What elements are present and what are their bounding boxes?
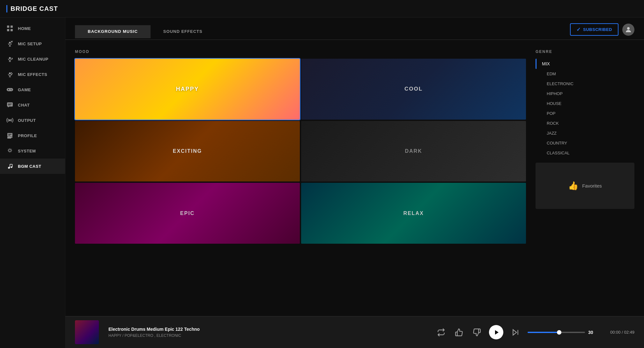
volume-thumb <box>557 330 561 335</box>
genre-item-pop[interactable]: POP <box>536 108 634 118</box>
genre-item-edm[interactable]: EDM <box>536 69 634 79</box>
sidebar-item-mic-setup[interactable]: MIC SETUP <box>0 36 65 51</box>
svg-line-8 <box>11 41 11 41</box>
svg-rect-19 <box>7 88 13 91</box>
sidebar: HOME MIC SETUP <box>0 18 65 348</box>
sidebar-item-system[interactable]: SYSTEM <box>0 143 65 159</box>
play-button[interactable] <box>489 325 503 339</box>
sidebar-label-system: SYSTEM <box>18 149 36 153</box>
svg-point-17 <box>12 73 13 74</box>
repeat-button[interactable] <box>435 327 447 338</box>
genre-item-hiphop[interactable]: HIPHOP <box>536 89 634 99</box>
sidebar-item-mic-effects[interactable]: MIC EFFECTS <box>0 67 65 82</box>
content-body: MOOD HAPPY COOL EXCITING DARK <box>65 40 644 316</box>
mic-settings-icon <box>6 40 13 47</box>
mood-label-epic: EPIC <box>180 211 195 216</box>
player-time: 00:00 / 02:49 <box>603 330 634 335</box>
thumbup-button[interactable] <box>453 327 465 338</box>
tab-sound-effects[interactable]: SOUND EFFECTS <box>151 25 215 38</box>
svg-point-7 <box>11 41 12 42</box>
sidebar-item-mic-cleanup[interactable]: MIC CLEANUP <box>0 51 65 67</box>
mood-label-dark: DARK <box>405 148 422 154</box>
header-right: ✓ SUBSCRIBED <box>570 23 634 40</box>
svg-rect-2 <box>7 29 9 31</box>
sidebar-label-home: HOME <box>18 26 31 31</box>
favorites-thumb-icon: 👍 <box>568 181 578 191</box>
mood-card-epic[interactable]: EPIC <box>75 183 300 244</box>
mood-label-cool: COOL <box>404 86 423 92</box>
sidebar-label-mic-effects: MIC EFFECTS <box>18 72 47 77</box>
tab-background-music[interactable]: BACKGROUND MUSIC <box>75 25 151 38</box>
svg-rect-3 <box>11 29 13 31</box>
player-track-name: Electronic Drums Medium Epic 122 Techno <box>108 327 200 332</box>
player-track-meta: HAPPY / POP&ELECTRO , ELECTRONIC <box>108 333 200 338</box>
mood-card-dark[interactable]: DARK <box>301 121 526 182</box>
genre-item-mix[interactable]: MIX <box>536 59 634 69</box>
next-button[interactable] <box>510 327 521 338</box>
genre-item-house[interactable]: HOUSE <box>536 99 634 108</box>
svg-line-9 <box>12 41 13 41</box>
genre-item-rock[interactable]: ROCK <box>536 118 634 128</box>
mood-section-label: MOOD <box>75 49 526 54</box>
svg-point-16 <box>11 72 12 73</box>
genre-item-jazz[interactable]: JAZZ <box>536 128 634 138</box>
svg-rect-24 <box>7 102 13 107</box>
thumbdown-button[interactable] <box>471 327 483 338</box>
mood-card-happy[interactable]: HAPPY <box>75 59 300 120</box>
genre-item-country[interactable]: COUNTRY <box>536 138 634 148</box>
player-volume: 30 <box>528 330 596 335</box>
sidebar-item-profile[interactable]: PROFILE <box>0 128 65 143</box>
svg-point-35 <box>8 167 10 169</box>
subscribed-label: SUBSCRIBED <box>583 27 612 32</box>
svg-point-4 <box>9 42 11 44</box>
mic-clean-icon <box>6 56 13 63</box>
subscribed-check-icon: ✓ <box>576 26 581 33</box>
header-tabs: BACKGROUND MUSIC SOUND EFFECTS ✓ SUBSCRI… <box>65 18 644 40</box>
volume-slider[interactable] <box>528 332 585 333</box>
svg-point-18 <box>11 74 12 75</box>
main-layout: HOME MIC SETUP <box>0 18 644 348</box>
sidebar-item-home[interactable]: HOME <box>0 21 65 36</box>
mood-section: MOOD HAPPY COOL EXCITING DARK <box>75 49 526 307</box>
genre-item-classical[interactable]: CLASSICAL <box>536 148 634 158</box>
genre-section: GENRE MIX EDM ELECTRONIC HIPHOP HOUSE PO… <box>536 49 634 307</box>
svg-rect-29 <box>7 133 12 137</box>
sidebar-label-chat: CHAT <box>18 103 30 107</box>
sidebar-item-chat[interactable]: CHAT <box>0 97 65 113</box>
genre-item-electronic[interactable]: ELECTRONIC <box>536 79 634 89</box>
svg-point-10 <box>9 57 11 59</box>
top-bar: BRIDGE CAST <box>0 0 644 18</box>
mood-card-cool[interactable]: COOL <box>301 59 526 120</box>
profile-icon <box>6 132 13 139</box>
sidebar-label-game: GAME <box>18 87 31 92</box>
time-total: 02:49 <box>624 330 634 335</box>
sidebar-item-output[interactable]: OUTPUT <box>0 113 65 128</box>
mood-grid: HAPPY COOL EXCITING DARK EPIC <box>75 59 526 244</box>
svg-rect-1 <box>11 26 13 28</box>
player-bar: Electronic Drums Medium Epic 122 Techno … <box>65 316 644 348</box>
svg-marker-42 <box>513 329 516 335</box>
mood-card-relax[interactable]: RELAX <box>301 183 526 244</box>
time-current: 00:00 <box>610 330 621 335</box>
sidebar-item-bgm-cast[interactable]: BGM CAST <box>0 159 65 174</box>
player-controls: 30 00:00 / 02:49 <box>435 325 634 339</box>
favorites-card[interactable]: 👍 Favorites <box>536 163 634 209</box>
svg-point-28 <box>9 119 11 121</box>
svg-point-22 <box>11 89 11 90</box>
volume-number: 30 <box>588 330 596 335</box>
avatar-button[interactable] <box>622 24 634 36</box>
svg-rect-0 <box>7 26 9 28</box>
favorites-label: Favorites <box>582 183 602 189</box>
svg-point-13 <box>9 72 11 74</box>
svg-point-34 <box>9 150 11 151</box>
svg-marker-25 <box>8 107 9 107</box>
svg-point-40 <box>627 27 630 30</box>
player-thumbnail <box>75 320 99 344</box>
genre-list: MIX EDM ELECTRONIC HIPHOP HOUSE POP ROCK… <box>536 59 634 158</box>
mood-card-exciting[interactable]: EXCITING <box>75 121 300 182</box>
app-title: BRIDGE CAST <box>6 5 58 12</box>
sidebar-item-game[interactable]: GAME <box>0 82 65 97</box>
svg-point-23 <box>11 90 12 90</box>
subscribed-button[interactable]: ✓ SUBSCRIBED <box>570 23 618 36</box>
output-icon <box>6 117 13 124</box>
